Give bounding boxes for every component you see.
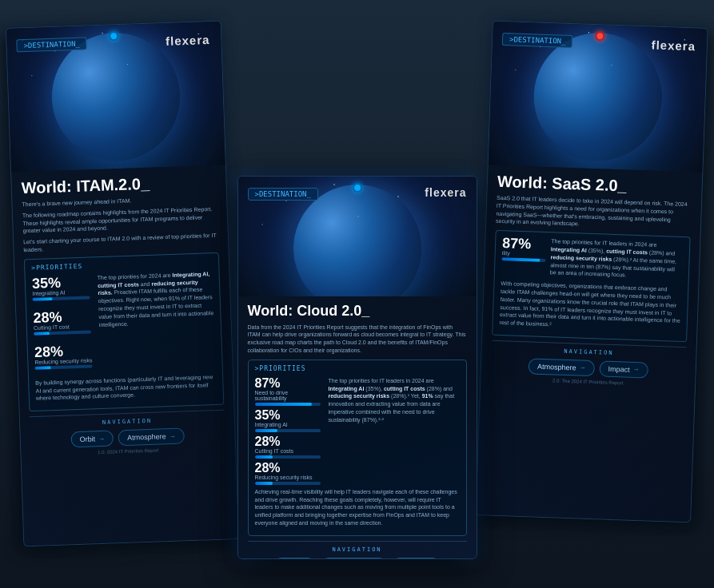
priority-label-1-left: Integrating AI (32, 288, 90, 296)
nav-buttons-left: Orbit → Atmosphere → (30, 427, 225, 450)
priority-label-3-left: Reducing security risks (34, 357, 92, 365)
destination-badge-center: >DESTINATION_ (248, 188, 318, 201)
priority-pct-3-center: 28% (255, 435, 321, 448)
priority-bar-fill-1-center (255, 403, 312, 406)
btn-impact-right[interactable]: Impact → (599, 360, 648, 378)
priority-label-4-center: Reducing security risks (255, 475, 321, 480)
nav-section-center: NAVIGATION Orbit → Atmosphere → Impact → (248, 541, 467, 559)
destination-badge-right: >DESTINATION_ (502, 33, 573, 48)
priority-row-1-left: 35% Integrating AI (32, 274, 90, 300)
nav-section-left: NAVIGATION Orbit → Atmosphere → 1.0: 202… (30, 410, 226, 457)
btn-impact-center[interactable]: Impact → (392, 558, 441, 559)
nav-buttons-right: Atmosphere → Impact → (491, 357, 687, 380)
intro-text-left-3: Let's start charting your course to ITAM… (23, 232, 219, 254)
priority-bar-4-center (255, 482, 321, 485)
intro-text-right: SaaS 2.0 that IT leaders decide to take … (496, 194, 692, 232)
btn-impact-right-arrow: → (632, 366, 639, 373)
card-itam: flexera >DESTINATION_ World: ITAM.2.0_ T… (6, 20, 240, 546)
priority-bar-1-center (255, 403, 321, 406)
card-cloud: flexera >DESTINATION_ World: Cloud 2.0_ … (237, 176, 477, 559)
priority-bar-1-right (501, 257, 545, 262)
priority-3-center: 28% Cutting IT costs (255, 435, 321, 459)
priority-bar-2-center (255, 429, 321, 432)
priority-bar-fill-2-center (255, 429, 278, 432)
priority-pct-1-center: 87% (255, 377, 321, 390)
btn-atmosphere-center[interactable]: Atmosphere → (321, 558, 387, 559)
btn-atmosphere-right-arrow: → (579, 364, 585, 371)
priority-bar-fill-3-center (255, 455, 273, 459)
btn-atmosphere-right-label: Atmosphere (537, 363, 576, 372)
priorities-center: >PRIORITIES 87% Need to drive sustainabi… (248, 360, 467, 536)
priority-text-center: The top priorities for IT leaders in 202… (329, 377, 460, 485)
priority-1-left: 35% Integrating AI (32, 274, 90, 300)
flexera-logo-left: flexera (166, 33, 210, 48)
priority-bar-fill-3-left (35, 366, 51, 370)
card-content-left: World: ITAM.2.0_ There's a brave new jou… (11, 165, 236, 463)
btn-atmosphere-right[interactable]: Atmosphere → (529, 358, 595, 376)
priority-label-2-left: Cutting IT cost (34, 323, 91, 331)
priority-label-3-center: Cutting IT costs (255, 448, 321, 454)
intro-text-center: Data from the 2024 IT Priorities Report … (248, 324, 467, 355)
priorities-content-center: 87% Need to drive sustainability 35% Int… (255, 377, 460, 485)
priority-4-center: 28% Reducing security risks (255, 462, 321, 485)
priority-label-2-center: Integrating AI (255, 422, 321, 427)
top-connector-left (109, 31, 118, 41)
destination-badge-left: >DESTINATION_ (16, 37, 87, 52)
connector-dot-center (353, 183, 362, 193)
priorities-bars-center: 87% Need to drive sustainability 35% Int… (255, 377, 321, 485)
priorities-bars-right: 87% ility (501, 236, 547, 276)
flexera-logo-center: flexera (425, 186, 466, 199)
btn-orbit-left[interactable]: Orbit → (70, 431, 114, 448)
priorities-header-left: >PRIORITIES (31, 258, 212, 272)
intro-text-left-2: The following roadmap contains highlight… (22, 205, 218, 236)
btn-atmosphere-left-label: Atmosphere (127, 432, 166, 442)
btn-impact-right-label: Impact (608, 365, 629, 374)
scene: flexera >DESTINATION_ World: ITAM.2.0_ T… (0, 0, 714, 588)
priority-pct-4-center: 28% (255, 462, 321, 475)
priorities-left: >PRIORITIES 35% Integrating AI (24, 252, 225, 412)
right-body-text: With competing objectives, organizations… (500, 280, 682, 333)
connector-dot-left (109, 31, 118, 41)
priority-3-left: 28% Reducing security risks (34, 343, 93, 369)
body-text-center: Achieving real-time visibility will help… (255, 488, 460, 527)
btn-atmosphere-left[interactable]: Atmosphere → (118, 428, 185, 447)
nav-header-left: NAVIGATION (30, 415, 225, 429)
connector-dot-right (595, 31, 604, 41)
priorities-bars-left: 35% Integrating AI 28% (32, 274, 93, 374)
priority-bar-2-left (34, 330, 91, 336)
nav-header-center: NAVIGATION (248, 546, 467, 553)
btn-atmosphere-left-arrow: → (170, 432, 176, 439)
priorities-header-center: >PRIORITIES (255, 365, 460, 372)
card-content-center: World: Cloud 2.0_ Data from the 2024 IT … (238, 296, 477, 559)
priority-bar-fill-1-right (501, 257, 540, 262)
top-connector-center (353, 183, 362, 193)
priority-bar-1-left (33, 296, 90, 301)
priorities-content-right: 87% ility The top priorities for IT lead… (501, 236, 684, 281)
priorities-right: 87% ility The top priorities for IT lead… (492, 230, 690, 342)
btn-orbit-left-arrow: → (98, 435, 105, 443)
world-title-right: World: SaaS 2.0_ (497, 172, 692, 198)
priority-pct-2-center: 35% (255, 409, 321, 422)
btn-orbit-left-label: Orbit (80, 435, 96, 443)
priority-1-center: 87% Need to drive sustainability (255, 377, 321, 406)
priority-label-1-center: Need to drive sustainability (255, 390, 321, 401)
nav-buttons-center: Orbit → Atmosphere → Impact → (248, 558, 467, 559)
nav-section-right: NAVIGATION Atmosphere → Impact → 2.0: Th… (490, 340, 687, 387)
priority-row-2-left: 28% Cutting IT cost (33, 308, 91, 335)
top-connector-right (595, 31, 604, 41)
flexera-logo-right: flexera (651, 38, 696, 53)
body-text-left: By building synergy across functions (pa… (35, 373, 217, 403)
card-content-right: World: SaaS 2.0_ SaaS 2.0 that IT leader… (481, 165, 703, 394)
priority-pct-1-right: 87% (502, 236, 547, 252)
priority-2-left: 28% Cutting IT cost (33, 308, 91, 335)
right-text-col: The top priorities for IT leaders in 202… (550, 237, 684, 281)
priority-2-center: 35% Integrating AI (255, 409, 321, 432)
priority-bar-3-center (255, 455, 321, 459)
btn-orbit-center[interactable]: Orbit → (273, 558, 317, 559)
priority-bar-fill-2-left (34, 332, 50, 336)
priority-bar-fill-1-left (33, 297, 53, 301)
priorities-content-left: 35% Integrating AI 28% (32, 270, 216, 375)
priority-bar-fill-4-center (255, 482, 273, 485)
priority-row-3-left: 28% Reducing security risks (34, 343, 93, 369)
world-title-center: World: Cloud 2.0_ (248, 303, 467, 320)
